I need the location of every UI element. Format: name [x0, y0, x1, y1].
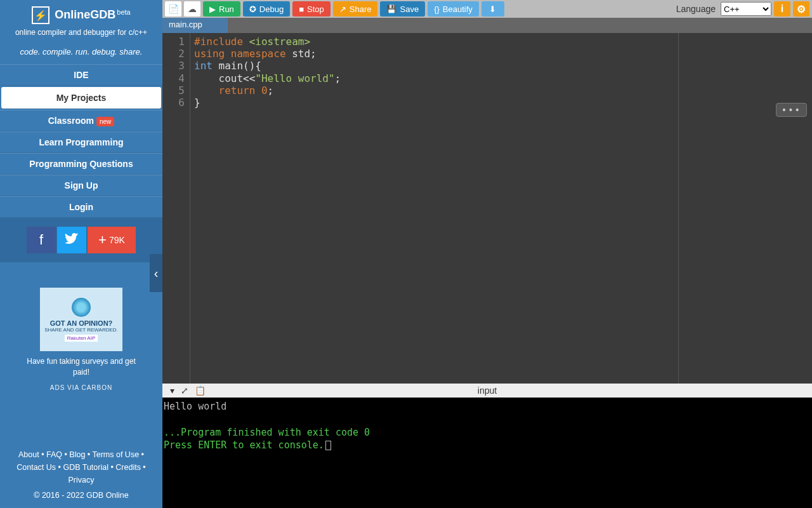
settings-icon[interactable]: ⚙ [793, 1, 809, 17]
ad-area: GOT AN OPINION? SHARE AND GET REWARDED. … [0, 262, 162, 398]
line-gutter: 1 2 3 4 5 6 [162, 33, 190, 384]
info-icon[interactable]: i [774, 1, 790, 17]
ad-headline: GOT AN OPINION? [50, 319, 113, 327]
nav-label: Login [69, 202, 93, 212]
new-file-icon[interactable]: 📄 [165, 1, 181, 17]
logo-title: OnlineGDB [55, 9, 115, 22]
console-line: Hello world [164, 400, 811, 413]
main: 📄 ☁ ▶ Run ✪ Debug ■ Stop ↗ Share 💾 Save … [162, 0, 812, 508]
footer: About • FAQ • Blog • Terms of Use • Cont… [0, 448, 162, 502]
addthis-button[interactable]: +79K [88, 227, 136, 253]
ad-brand: Rakuten AIP [65, 335, 98, 342]
logo-icon: ⚡ [32, 6, 49, 24]
code-content[interactable]: #include <iostream> using namespace std;… [190, 33, 341, 384]
nav-label: Programming Questions [29, 159, 133, 169]
nav-label: Sign Up [65, 180, 98, 190]
run-label: Run [219, 4, 234, 14]
line-number: 6 [162, 97, 185, 109]
line-number: 4 [162, 72, 185, 84]
beautify-button[interactable]: {} Beautify [428, 1, 479, 17]
toolbar: 📄 ☁ ▶ Run ✪ Debug ■ Stop ↗ Share 💾 Save … [162, 0, 812, 18]
console-title: input [478, 385, 497, 396]
console-collapse-icon[interactable]: ▾ [170, 385, 174, 396]
logo-beta: beta [117, 8, 130, 16]
language-label: Language [676, 4, 716, 14]
tab-bar: main.cpp [162, 18, 812, 33]
console-header: ▾ ⤢ 📋 input [162, 384, 812, 398]
stop-label: Stop [307, 4, 324, 14]
ad-sub: SHARE AND GET REWARDED. [44, 327, 118, 333]
nav-login[interactable]: Login [0, 196, 162, 218]
nav-classroom[interactable]: Classroomnew [0, 110, 162, 131]
ad-image[interactable]: GOT AN OPINION? SHARE AND GET REWARDED. … [40, 288, 122, 351]
code-editor[interactable]: 1 2 3 4 5 6 #include <iostream> using na… [162, 33, 812, 384]
tab-label: main.cpp [169, 20, 202, 29]
nav-label: My Projects [56, 93, 107, 103]
run-button[interactable]: ▶ Run [203, 1, 240, 17]
logo-area: ⚡ OnlineGDBbeta online compiler and debu… [0, 0, 162, 41]
nav-signup[interactable]: Sign Up [0, 175, 162, 196]
social-row: f +79K [0, 218, 162, 262]
download-button[interactable]: ⬇ [481, 1, 504, 17]
share-count: 79K [109, 235, 125, 245]
console-output[interactable]: Hello world ...Program finished with exi… [162, 398, 812, 508]
upload-icon[interactable]: ☁ [184, 1, 200, 17]
footer-copyright: © 2016 - 2022 GDB Online [5, 489, 157, 502]
twitter-icon[interactable] [57, 227, 86, 253]
footer-links[interactable]: About • FAQ • Blog • Terms of Use • Cont… [5, 448, 157, 486]
sidebar: ⚡ OnlineGDBbeta online compiler and debu… [0, 0, 162, 508]
facebook-icon[interactable]: f [27, 227, 56, 253]
collapse-sidebar-icon[interactable]: ‹ [150, 254, 162, 292]
nav-ide[interactable]: IDE [0, 64, 162, 86]
debug-label: Debug [259, 4, 284, 14]
language-select[interactable]: C++ [721, 2, 771, 16]
tab-main-cpp[interactable]: main.cpp [162, 18, 228, 33]
line-number: 5 [162, 84, 185, 97]
console-line: ...Program finished with exit code 0 [164, 426, 811, 439]
line-number: 2 [162, 48, 185, 60]
share-label: Share [350, 4, 372, 14]
console-expand-icon[interactable]: ⤢ [181, 385, 188, 396]
bulb-icon [72, 298, 91, 317]
tagline: code. compile. run. debug. share. [0, 41, 162, 64]
cursor-icon [325, 441, 331, 450]
nav-learn[interactable]: Learn Programming [0, 131, 162, 153]
beautify-label: Beautify [443, 4, 473, 14]
ad-via[interactable]: ADS VIA CARBON [6, 384, 156, 391]
nav-questions[interactable]: Programming Questions [0, 153, 162, 175]
editor-more-icon[interactable]: ••• [776, 103, 807, 117]
save-button[interactable]: 💾 Save [380, 1, 425, 17]
line-number: 1 [162, 36, 185, 48]
line-number: 3 [162, 60, 185, 72]
console-copy-icon[interactable]: 📋 [195, 385, 206, 396]
stop-button[interactable]: ■ Stop [292, 1, 331, 17]
ad-text[interactable]: Have fun taking surveys and get paid! [6, 356, 156, 378]
nav-label: Learn Programming [39, 137, 123, 147]
nav-label: IDE [74, 70, 88, 80]
new-badge: new [96, 117, 114, 126]
nav-label: Classroom [48, 116, 94, 126]
share-button[interactable]: ↗ Share [333, 1, 378, 17]
console-line: Press ENTER to exit console. [164, 439, 324, 451]
debug-button[interactable]: ✪ Debug [243, 1, 290, 17]
logo-subtitle: online compiler and debugger for c/c++ [0, 28, 162, 37]
nav-my-projects[interactable]: My Projects [1, 87, 161, 109]
editor-divider [678, 33, 679, 384]
save-label: Save [400, 4, 419, 14]
